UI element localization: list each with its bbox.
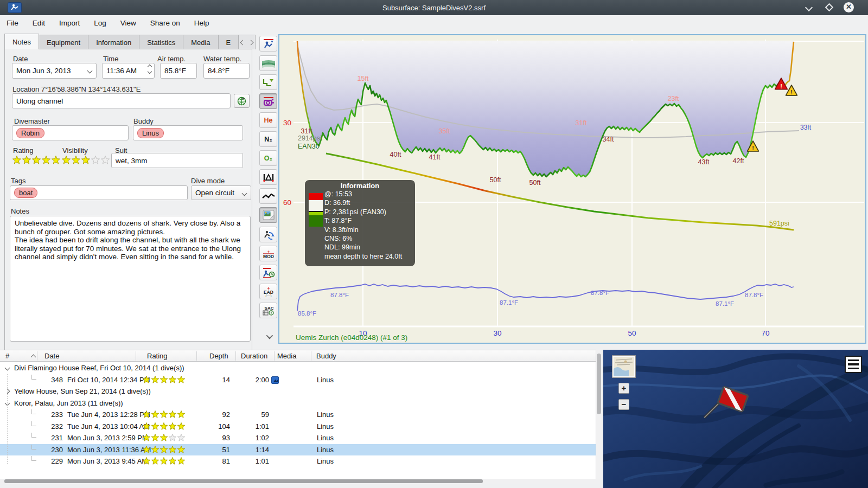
divemaster-tag[interactable]: Robin	[16, 128, 44, 138]
svg-text:EAN30: EAN30	[298, 143, 320, 150]
dive-mode-select[interactable]: Open circuit	[191, 185, 251, 200]
tab-statistics[interactable]: Statistics	[139, 35, 183, 49]
trip-group-row[interactable]: Koror, Palau, Jun 2013 (11 dive(s))	[0, 397, 596, 409]
tab-equipment[interactable]: Equipment	[39, 35, 88, 49]
vertical-scrollbar-thumb[interactable]	[597, 354, 601, 414]
menu-share-on[interactable]: Share on	[150, 19, 180, 27]
buddy-tag[interactable]: Linus	[137, 128, 164, 138]
dive-row-selected[interactable]: 230Mon Jun 3, 2013 11:36 AM511:14Linus	[0, 444, 596, 456]
map-menu-button[interactable]	[845, 356, 862, 373]
column-header-buddy[interactable]: Buddy	[316, 352, 336, 360]
star-filled-icon	[151, 411, 158, 418]
star-filled-icon	[143, 458, 150, 465]
rating-stars[interactable]	[12, 155, 61, 167]
menu-help[interactable]: Help	[194, 19, 209, 27]
dive-computer-icon[interactable]	[259, 36, 277, 52]
calculated-ceiling-icon[interactable]	[259, 169, 277, 185]
chevron-down-icon[interactable]	[87, 68, 93, 74]
chevron-down-icon[interactable]	[242, 191, 247, 196]
column-header-depth[interactable]: Depth	[209, 352, 228, 360]
media-photo-icon[interactable]	[271, 376, 279, 384]
gradient-factor-icon[interactable]	[259, 55, 277, 71]
map-canvas[interactable]	[603, 350, 868, 488]
water-temp-field[interactable]: 84.8°F	[203, 63, 250, 79]
map-zoom-in-button[interactable]: +	[618, 383, 629, 394]
column-header-media[interactable]: Media	[277, 352, 296, 360]
map-overview-inset[interactable]	[612, 356, 635, 377]
menu-view[interactable]: View	[120, 19, 136, 27]
menu-file[interactable]: File	[7, 19, 18, 27]
dive-row[interactable]: 231Mon Jun 3, 2013 2:59 PM931:02Linus	[0, 432, 596, 444]
star-filled-icon	[177, 376, 184, 383]
dive-rating	[142, 375, 186, 386]
menu-import[interactable]: Import	[59, 19, 80, 27]
column-separator[interactable]	[136, 351, 136, 361]
tab-scroll-left-icon[interactable]	[240, 40, 246, 45]
menu-edit[interactable]: Edit	[33, 19, 45, 27]
svg-text:50ft: 50ft	[490, 176, 501, 184]
column-separator[interactable]	[196, 351, 197, 361]
deco-info-icon[interactable]	[259, 265, 277, 280]
svg-text:23ft: 23ft	[668, 95, 679, 102]
horizontal-scrollbar-thumb[interactable]	[4, 479, 483, 483]
sort-ascending-icon[interactable]	[31, 355, 36, 360]
toolbar-collapse-button[interactable]	[261, 331, 276, 342]
trip-group-row[interactable]: Divi Flamingo House Reef, Fri Oct 10, 20…	[0, 362, 596, 374]
column-separator[interactable]	[274, 351, 275, 361]
notes-label: Notes	[11, 207, 29, 215]
photos-icon-selected[interactable]	[259, 207, 277, 223]
tab-media[interactable]: Media	[183, 35, 218, 49]
sac-icon[interactable]: SAC	[259, 303, 277, 318]
air-temp-field[interactable]: 85.8°F	[160, 63, 197, 79]
star-filled-icon	[42, 156, 50, 164]
column-separator[interactable]	[311, 351, 311, 361]
heart-rate-icon[interactable]	[259, 188, 277, 204]
tags-field[interactable]: boat	[10, 185, 188, 200]
dive-row[interactable]: 348Fri Oct 10, 2014 12:34 PM142:00Linus	[0, 374, 596, 386]
oxygen-graph-icon[interactable]: O₂	[259, 150, 277, 166]
rebreather-icon[interactable]	[259, 227, 277, 242]
maximize-icon[interactable]	[826, 4, 832, 10]
minimize-icon[interactable]	[806, 5, 812, 10]
globe-button[interactable]	[234, 94, 250, 108]
time-spinbox[interactable]: 11:36 AM	[102, 63, 155, 79]
chevron-down-icon[interactable]	[5, 365, 10, 371]
suit-field[interactable]: wet, 3mm	[111, 153, 243, 168]
star-filled-icon	[177, 411, 184, 418]
nitrogen-graph-icon[interactable]: N₂	[259, 131, 277, 147]
map-zoom-out-button[interactable]: −	[618, 399, 629, 410]
titlebar[interactable]: Subsurface: SampleDivesV2.ssrf ✕	[0, 0, 868, 15]
column-separator[interactable]	[37, 351, 37, 361]
ead-icon[interactable]: +EAD(···)	[259, 284, 277, 299]
menu-log[interactable]: Log	[94, 19, 106, 27]
tab-notes[interactable]: Notes	[4, 34, 39, 49]
visibility-stars[interactable]	[61, 155, 110, 167]
column-header-duration[interactable]: Duration	[241, 352, 267, 360]
helium-graph-icon[interactable]: He	[259, 112, 277, 128]
tree-elbow	[31, 445, 36, 450]
trip-group-row[interactable]: Yellow House, Sun Sep 21, 2014 (1 dive(s…	[0, 386, 596, 397]
tag-boat[interactable]: boat	[14, 188, 37, 198]
column-header-num[interactable]: #	[5, 352, 9, 360]
mod-icon[interactable]: +MOD	[259, 246, 277, 261]
dive-row[interactable]: 229Mon Jun 3, 2013 9:45 AM811:01Linus	[0, 455, 596, 467]
buddy-field[interactable]: Linus	[133, 125, 243, 140]
visibility-stars-icons	[61, 155, 110, 165]
dive-row[interactable]: 232Tue Jun 4, 2013 10:04 AM1041:01Linus	[0, 421, 596, 433]
divemaster-field[interactable]: Robin	[12, 125, 129, 140]
tab-scroll-right-icon[interactable]	[248, 40, 254, 45]
location-input[interactable]: Ulong channel	[12, 93, 231, 108]
time-spin-arrows[interactable]	[148, 65, 151, 73]
date-combobox[interactable]: Mon Jun 3, 2013	[12, 63, 97, 79]
close-icon[interactable]: ✕	[844, 2, 854, 12]
ceiling-icon[interactable]	[259, 74, 277, 90]
dive-list-header[interactable]: #DateRatingDepthDurationMediaBuddy	[0, 350, 596, 362]
column-separator[interactable]	[235, 351, 236, 361]
column-header-date[interactable]: Date	[44, 352, 59, 360]
column-header-rating[interactable]: Rating	[147, 352, 168, 360]
tab-information[interactable]: Information	[88, 35, 139, 49]
notes-textarea[interactable]: Unbelievable dive. Dozens and dozens of …	[10, 216, 251, 342]
tab-e[interactable]: E	[218, 35, 239, 49]
dive-row[interactable]: 233Tue Jun 4, 2013 12:28 PM9259Linus	[0, 409, 596, 421]
setpoint-icon-selected[interactable]	[259, 93, 277, 109]
